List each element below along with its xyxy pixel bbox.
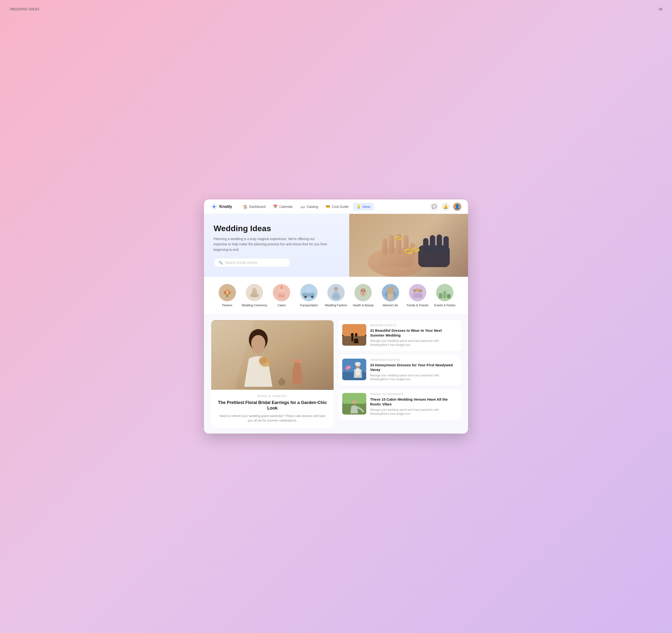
svg-rect-77 bbox=[351, 336, 353, 341]
category-label-transport: Transportation bbox=[299, 304, 318, 307]
side-article-tag-honeymoon: HONEYMOON ADVICE bbox=[370, 359, 457, 361]
svg-point-38 bbox=[304, 296, 307, 298]
side-article-wedding-guests[interactable]: WEDDING GUESTS 31 Beautiful Dresses to W… bbox=[338, 320, 461, 351]
money-icon: 💳 bbox=[326, 205, 330, 209]
rings-image bbox=[349, 214, 468, 277]
search-icon: 🔍 bbox=[219, 261, 223, 264]
user-avatar[interactable]: 👤 bbox=[453, 203, 461, 211]
search-placeholder: Search Knotly articles bbox=[225, 261, 258, 264]
main-article[interactable]: RINGS & JEWELRY The Prettiest Floral Bri… bbox=[211, 320, 334, 428]
svg-point-27 bbox=[249, 295, 259, 298]
svg-point-33 bbox=[281, 286, 282, 287]
logo[interactable]: Knotly bbox=[211, 203, 232, 210]
home-icon: 🏠 bbox=[243, 205, 248, 209]
category-circle-fashion bbox=[327, 284, 345, 301]
hero-section: Wedding Ideas Planning a wedding is a tr… bbox=[204, 214, 468, 277]
svg-rect-3 bbox=[382, 238, 387, 255]
category-wedding-fashion[interactable]: Wedding Fashion bbox=[322, 284, 350, 307]
hero-title: Wedding Ideas bbox=[214, 224, 353, 233]
nav-item-cost-guide[interactable]: 💳 Cost Guide bbox=[322, 203, 352, 211]
chat-icon: 💬 bbox=[432, 204, 436, 209]
category-circle-family bbox=[409, 284, 426, 301]
side-articles: WEDDING GUESTS 31 Beautiful Dresses to W… bbox=[338, 320, 461, 428]
category-circle-beauty bbox=[355, 284, 372, 301]
main-article-image bbox=[211, 320, 334, 390]
nav-label-cost-guide: Cost Guide bbox=[332, 205, 349, 209]
category-events-parties[interactable]: Events & Parties bbox=[431, 284, 458, 307]
hero-description: Planning a wedding is a truly magical ex… bbox=[214, 236, 329, 252]
breadcrumb: /WEDDING IDEAS bbox=[9, 7, 39, 11]
category-label-flowers: Flowers bbox=[222, 304, 232, 307]
category-circle-ceremony bbox=[246, 284, 263, 301]
svg-point-69 bbox=[292, 359, 302, 363]
nav-links: 🏠 Dashboard 📅 Calendar 📖 Catalog 💳 Cost … bbox=[240, 203, 428, 211]
category-transportation[interactable]: Transportation bbox=[295, 284, 322, 307]
category-label-events: Events & Parties bbox=[434, 304, 456, 307]
search-bar[interactable]: 🔍 Search Knotly articles bbox=[214, 258, 290, 267]
svg-rect-60 bbox=[443, 291, 447, 298]
svg-point-21 bbox=[226, 291, 229, 294]
svg-point-49 bbox=[364, 290, 365, 291]
category-wedding-ceremony[interactable]: Wedding Ceremony bbox=[241, 284, 268, 307]
svg-rect-74 bbox=[342, 324, 366, 336]
category-label-ceremony: Wedding Ceremony bbox=[242, 304, 267, 307]
hero-content: Wedding Ideas Planning a wedding is a tr… bbox=[204, 214, 362, 277]
svg-rect-10 bbox=[423, 238, 428, 254]
svg-rect-11 bbox=[430, 235, 435, 254]
nav-item-dashboard[interactable]: 🏠 Dashboard bbox=[240, 203, 269, 211]
side-article-title-guests: 31 Beautiful Dresses to Wear to Your Nex… bbox=[370, 328, 457, 337]
category-circle-flowers bbox=[219, 284, 236, 301]
side-article-title-honeymoon: 24 Honeymoon Dresses for Your First Newl… bbox=[370, 363, 457, 372]
categories-grid: Flowers Wedding Ceremony bbox=[214, 284, 458, 307]
side-article-desc-honeymoon: Manage your wedding spend and track paym… bbox=[370, 374, 457, 382]
main-article-tag: RINGS & JEWELRY bbox=[217, 395, 328, 398]
category-circle-transport bbox=[300, 284, 317, 301]
side-article-image-honeymoon bbox=[342, 359, 366, 380]
svg-point-90 bbox=[352, 400, 356, 404]
nav-item-ideas[interactable]: 💡 Ideas bbox=[353, 203, 374, 211]
svg-rect-12 bbox=[436, 235, 442, 254]
category-circle-married bbox=[382, 284, 399, 301]
category-label-cakes: Cakes bbox=[278, 304, 286, 307]
side-article-desc-guests: Manage your wedding spend and track paym… bbox=[370, 339, 457, 347]
chat-button[interactable]: 💬 bbox=[430, 203, 438, 211]
svg-rect-32 bbox=[281, 287, 282, 290]
nav-right: 💬 🔔 👤 bbox=[430, 203, 461, 211]
side-article-cabin[interactable]: PLACES TO CELEBRATE These 15 Cabin Weddi… bbox=[338, 389, 461, 420]
main-article-description: Need to refresh your wedding guest wardr… bbox=[217, 414, 328, 423]
nav-label-catalog: Catalog bbox=[307, 205, 318, 209]
side-article-image-cabin bbox=[342, 393, 366, 415]
calendar-icon: 📅 bbox=[273, 205, 278, 209]
category-label-married: Married Life bbox=[383, 304, 398, 307]
category-married-life[interactable]: Married Life bbox=[377, 284, 404, 307]
category-family-friends[interactable]: Family & Friends bbox=[404, 284, 431, 307]
category-cakes[interactable]: Cakes bbox=[268, 284, 295, 307]
side-article-content-guests: WEDDING GUESTS 31 Beautiful Dresses to W… bbox=[370, 324, 457, 347]
svg-point-56 bbox=[419, 289, 422, 292]
svg-rect-57 bbox=[413, 293, 423, 298]
svg-point-53 bbox=[409, 284, 426, 301]
main-article-title: The Prettiest Floral Bridal Earrings for… bbox=[217, 400, 328, 411]
side-article-content-honeymoon: HONEYMOON ADVICE 24 Honeymoon Dresses fo… bbox=[370, 359, 457, 382]
side-article-tag-cabin: PLACES TO CELEBRATE bbox=[370, 393, 457, 396]
hero-image bbox=[349, 214, 468, 277]
category-circle-cakes bbox=[273, 284, 290, 301]
svg-point-39 bbox=[311, 296, 313, 298]
nav-item-catalog[interactable]: 📖 Catalog bbox=[297, 203, 321, 211]
category-label-fashion: Wedding Fashion bbox=[325, 304, 347, 307]
category-label-family: Family & Friends bbox=[407, 304, 428, 307]
side-article-title-cabin: These 15 Cabin Wedding Venues Have All t… bbox=[370, 397, 457, 406]
svg-point-48 bbox=[361, 290, 362, 291]
category-health-beauty[interactable]: Health & Beauty bbox=[350, 284, 377, 307]
category-flowers[interactable]: Flowers bbox=[214, 284, 241, 307]
nav-label-calendar: Calendar bbox=[279, 205, 293, 209]
side-article-honeymoon[interactable]: HONEYMOON ADVICE 24 Honeymoon Dresses fo… bbox=[338, 355, 461, 385]
svg-point-76 bbox=[351, 333, 354, 337]
nav-label-ideas: Ideas bbox=[362, 205, 370, 209]
book-icon: 📖 bbox=[301, 205, 305, 209]
notifications-button[interactable]: 🔔 bbox=[441, 203, 450, 211]
nav-item-calendar[interactable]: 📅 Calendar bbox=[270, 203, 296, 211]
svg-point-62 bbox=[438, 295, 452, 297]
side-article-tag-guests: WEDDING GUESTS bbox=[370, 324, 457, 327]
svg-point-68 bbox=[259, 357, 267, 364]
